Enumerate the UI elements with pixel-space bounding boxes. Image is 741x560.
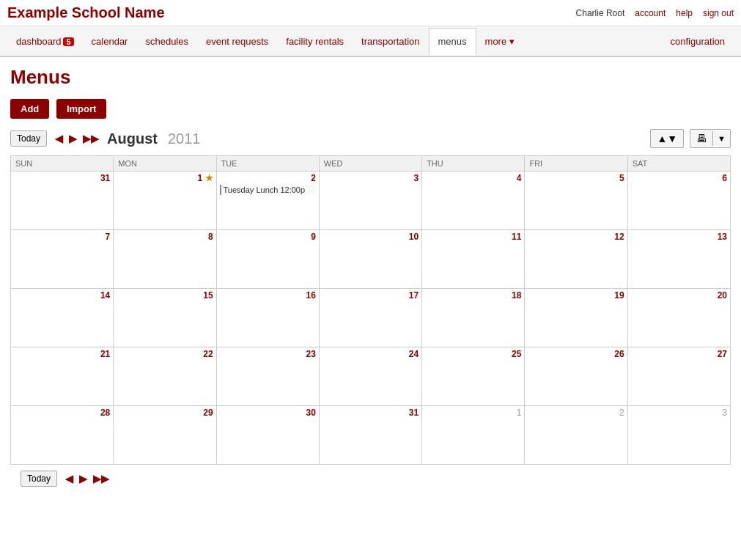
calendar-day-cell[interactable]: 16 <box>216 289 319 347</box>
day-number: 22 <box>117 349 213 359</box>
cal-nav-left: Today ◀ ▶ ▶▶ August 2011 <box>10 130 200 147</box>
day-number: 21 <box>14 349 110 359</box>
print-dropdown-button[interactable]: ▼ <box>712 131 730 146</box>
cal-header-sun: SUN <box>11 156 114 172</box>
calendar-event[interactable]: Tuesday Lunch 12:00p <box>220 185 316 195</box>
nav-configuration[interactable]: configuration <box>662 29 734 54</box>
import-button[interactable]: Import <box>56 99 106 119</box>
calendar-day-cell[interactable]: 18 <box>422 289 525 347</box>
filter-button[interactable]: ▲▼ <box>650 129 684 148</box>
calendar-day-cell[interactable]: 1 ★ <box>114 172 216 230</box>
cal-header-mon: MON <box>114 156 216 172</box>
cal-nav-arrows: ◀ ▶ ▶▶ <box>53 133 101 144</box>
calendar-day-cell[interactable]: 25 <box>422 347 525 406</box>
cal-header-fri: FRI <box>525 156 627 172</box>
calendar-day-cell[interactable]: 26 <box>525 347 627 406</box>
help-link[interactable]: help <box>676 8 693 18</box>
calendar-day-cell[interactable]: 24 <box>319 347 421 406</box>
nav-schedules[interactable]: schedules <box>136 29 197 54</box>
calendar-week-row: 78910111213 <box>11 230 731 289</box>
calendar-day-cell[interactable]: 30 <box>216 406 319 465</box>
day-number: 9 <box>220 232 316 242</box>
calendar-day-cell[interactable]: 17 <box>319 289 421 347</box>
nav-bar: dashboard5 calendar schedules event requ… <box>0 26 741 57</box>
calendar-day-cell[interactable]: 27 <box>627 347 730 406</box>
nav-menus[interactable]: menus <box>429 28 476 56</box>
calendar-day-cell[interactable]: 3 <box>319 172 421 230</box>
day-number: 16 <box>220 290 316 301</box>
nav-transportation[interactable]: transportation <box>353 29 429 54</box>
day-number: 25 <box>425 349 521 359</box>
account-link[interactable]: account <box>635 8 666 18</box>
calendar-day-cell[interactable]: 29 <box>114 406 216 465</box>
nav-dashboard[interactable]: dashboard5 <box>7 29 83 54</box>
calendar-day-cell[interactable]: 12 <box>525 230 627 289</box>
calendar-header-row: SUNMONTUEWEDTHUFRISAT <box>11 156 731 172</box>
chevron-down-icon: ▼ <box>718 134 726 143</box>
day-number: 6 <box>631 173 727 183</box>
prev-button[interactable]: ◀ <box>53 133 65 144</box>
cal-header-sat: SAT <box>627 156 730 172</box>
top-bar: Example School Name Charlie Root account… <box>0 0 741 26</box>
calendar-day-cell[interactable]: 14 <box>11 289 114 347</box>
calendar-day-cell[interactable]: 8 <box>114 230 216 289</box>
nav-calendar[interactable]: calendar <box>83 29 137 54</box>
calendar-day-cell[interactable]: 9 <box>216 230 319 289</box>
day-number: 2 <box>528 408 624 418</box>
day-number: 28 <box>14 408 110 418</box>
day-number: 31 <box>322 408 419 418</box>
signout-link[interactable]: sign out <box>703 8 734 18</box>
next-button[interactable]: ▶ <box>67 133 79 144</box>
calendar-day-cell[interactable]: 31 <box>319 406 421 465</box>
calendar-day-cell[interactable]: 7 <box>11 230 114 289</box>
calendar-day-cell[interactable]: 2Tuesday Lunch 12:00p <box>216 172 319 230</box>
calendar-day-cell[interactable]: 11 <box>422 230 525 289</box>
bottom-prev-button[interactable]: ◀ <box>63 473 75 485</box>
calendar-day-cell[interactable]: 5 <box>525 172 627 230</box>
calendar-day-cell[interactable]: 23 <box>216 347 319 406</box>
calendar-month: August <box>107 130 158 147</box>
print-icon: 🖶 <box>696 133 707 144</box>
calendar-day-cell[interactable]: 10 <box>319 230 421 289</box>
calendar-day-cell[interactable]: 15 <box>114 289 216 347</box>
nav-event-requests[interactable]: event requests <box>197 29 277 54</box>
day-number: 12 <box>528 232 624 242</box>
calendar-day-cell[interactable]: 6 <box>627 172 730 230</box>
cal-header-thu: THU <box>422 156 525 172</box>
fast-forward-button[interactable]: ▶▶ <box>81 133 101 144</box>
user-name: Charlie Root <box>576 8 625 18</box>
filter-icon: ▲▼ <box>657 133 677 144</box>
bottom-nav: Today ◀ ▶ ▶▶ <box>10 465 731 493</box>
day-number: 5 <box>528 173 624 183</box>
calendar-day-cell[interactable]: 31 <box>11 172 114 230</box>
calendar-day-cell[interactable]: 2 <box>525 406 627 465</box>
today-button[interactable]: Today <box>10 130 47 147</box>
bottom-today-button[interactable]: Today <box>21 471 57 487</box>
day-number: 3 <box>631 408 727 418</box>
calendar-day-cell[interactable]: 22 <box>114 347 216 406</box>
day-number: 19 <box>528 290 624 301</box>
nav-facility-rentals[interactable]: facility rentals <box>277 29 353 54</box>
bottom-next-button[interactable]: ▶ <box>77 473 89 485</box>
calendar-day-cell[interactable]: 1 <box>422 406 525 465</box>
calendar-day-cell[interactable]: 4 <box>422 172 525 230</box>
cal-header-wed: WED <box>319 156 421 172</box>
calendar-day-cell[interactable]: 3 <box>627 406 730 465</box>
user-nav: Charlie Root account help sign out <box>576 8 734 18</box>
add-button[interactable]: Add <box>10 99 49 119</box>
nav-more[interactable]: more ▾ <box>476 29 523 54</box>
calendar-day-cell[interactable]: 13 <box>627 230 730 289</box>
day-number: 8 <box>117 232 213 242</box>
calendar-day-cell[interactable]: 28 <box>11 406 114 465</box>
day-number: 23 <box>220 349 316 359</box>
calendar-toolbar: Today ◀ ▶ ▶▶ August 2011 ▲▼ 🖶 ▼ <box>10 129 731 148</box>
calendar-week-row: 14151617181920 <box>11 289 731 347</box>
action-buttons: Add Import <box>10 99 731 119</box>
calendar-day-cell[interactable]: 21 <box>11 347 114 406</box>
calendar-day-cell[interactable]: 20 <box>627 289 730 347</box>
day-number: 24 <box>322 349 419 359</box>
print-button[interactable]: 🖶 <box>690 130 712 147</box>
bottom-fast-forward-button[interactable]: ▶▶ <box>91 473 111 485</box>
calendar-day-cell[interactable]: 19 <box>525 289 627 347</box>
day-number: 20 <box>631 290 727 301</box>
